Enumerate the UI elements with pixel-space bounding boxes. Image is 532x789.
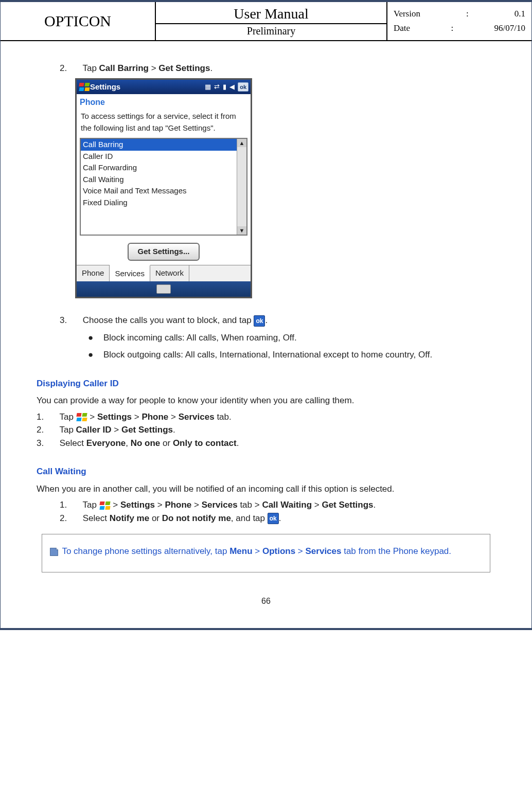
conn-icon: ⇄ <box>214 82 220 92</box>
screen-tabs: Phone Services Network <box>77 265 251 282</box>
note-icon <box>48 547 60 557</box>
version-value: 0.1 <box>515 9 525 19</box>
volume-icon: ◀ <box>229 82 235 92</box>
list-item[interactable]: Call Forwarding <box>81 162 246 174</box>
keyboard-icon[interactable] <box>156 284 171 294</box>
list-item[interactable]: Voice Mail and Text Messages <box>81 185 246 197</box>
start-icon[interactable] <box>79 82 90 92</box>
list-item[interactable]: Caller ID <box>81 151 246 163</box>
tab-network[interactable]: Network <box>150 265 189 282</box>
list-item[interactable]: Call Waiting <box>81 174 246 186</box>
tab-services[interactable]: Services <box>110 265 150 282</box>
section-call-waiting: Call Waiting <box>37 465 495 478</box>
screen-bottombar <box>77 281 251 297</box>
doc-title: User Manual <box>234 5 308 23</box>
step-3-bullet-1: ●Block incoming calls: All calls, When r… <box>37 331 495 345</box>
start-icon <box>76 413 87 422</box>
page-number: 66 <box>37 578 495 607</box>
sim-icon: ▦ <box>205 82 211 92</box>
caller-id-step-1: 1. Tap > Settings > Phone > Services tab… <box>37 410 495 424</box>
screen-title: Settings <box>90 81 205 93</box>
ok-icon: ok <box>254 315 265 327</box>
call-waiting-step-2: 2. Select Notify me or Do not notify me,… <box>37 512 495 525</box>
doc-header: OPTICON User Manual Preliminary Version … <box>1 2 531 41</box>
doc-subtitle: Preliminary <box>156 23 386 38</box>
date-label: Date <box>394 23 410 33</box>
scroll-up-icon[interactable]: ▲ <box>237 139 246 147</box>
list-item[interactable]: Fixed Dialing <box>81 197 246 209</box>
caller-id-step-3: 3. Select Everyone, No one or Only to co… <box>37 437 495 450</box>
screen-titlebar: Settings ▦ ⇄ ▮ ◀ ok <box>77 80 251 95</box>
call-waiting-step-1: 1. Tap > Settings > Phone > Services tab… <box>37 498 495 512</box>
ok-button[interactable]: ok <box>238 82 249 92</box>
section-caller-id: Displaying Caller ID <box>37 377 495 390</box>
scroll-down-icon[interactable]: ▼ <box>237 226 246 235</box>
step-3-bullet-2: ●Block outgoing calls: All calls, Intern… <box>37 348 495 362</box>
doc-meta: Version : 0.1 Date : 96/07/10 <box>387 2 531 40</box>
get-settings-button[interactable]: Get Settings... <box>128 243 200 261</box>
screen-section: Phone <box>77 94 251 109</box>
list-scrollbar[interactable]: ▲ ▼ <box>237 139 246 235</box>
brand: OPTICON <box>1 2 156 40</box>
doc-title-col: User Manual Preliminary <box>156 2 387 40</box>
tip-box: To change phone settings alternatively, … <box>42 534 490 572</box>
signal-icon: ▮ <box>223 82 226 92</box>
list-item[interactable]: Call Barring <box>81 139 246 151</box>
embedded-screenshot: Settings ▦ ⇄ ▮ ◀ ok Phone To access sett… <box>75 78 252 299</box>
step-3: 3. Choose the calls you want to block, a… <box>37 314 495 327</box>
step-2: 2. Tap Call Barring > Get Settings. <box>37 62 495 75</box>
caller-id-step-2: 2. Tap Caller ID > Get Settings. <box>37 423 495 437</box>
services-list[interactable]: Call Barring Caller ID Call Forwarding C… <box>80 138 247 236</box>
date-value: 96/07/10 <box>494 23 525 33</box>
screen-instructions: To access settings for a service, select… <box>77 109 251 137</box>
version-label: Version <box>394 9 420 19</box>
caller-id-intro: You can provide a way for people to know… <box>37 394 495 407</box>
ok-icon: ok <box>268 513 279 524</box>
start-icon <box>99 501 111 510</box>
call-waiting-intro: When you are in another call, you will b… <box>37 482 495 496</box>
tab-phone[interactable]: Phone <box>77 265 110 282</box>
